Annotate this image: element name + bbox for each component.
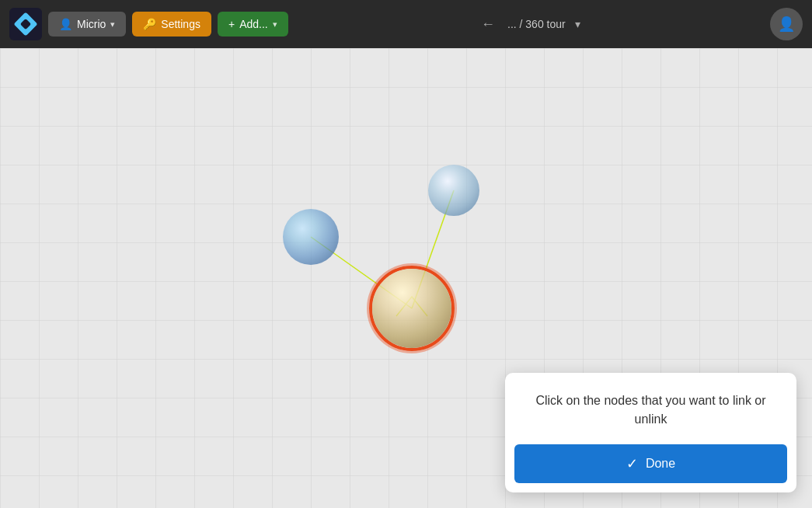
tooltip-message: Click on the nodes that you want to link…	[505, 373, 796, 444]
app-header: 👤 Micrio ▾ 🔑 Settings + Add... ▾ ← ... /…	[0, 0, 812, 48]
user-dropdown-arrow: ▾	[110, 19, 115, 30]
logo-button[interactable]	[9, 8, 42, 40]
back-button[interactable]: ←	[475, 13, 501, 36]
avatar-button[interactable]: 👤	[770, 8, 803, 40]
node-right-sphere	[428, 165, 479, 216]
canvas-area: Click on the nodes that you want to link…	[0, 48, 812, 508]
settings-label: Settings	[161, 18, 200, 30]
node-left-sphere	[283, 209, 339, 265]
node-center[interactable]	[369, 266, 455, 351]
done-label: Done	[646, 457, 675, 471]
add-label: Add...	[239, 18, 268, 30]
node-left[interactable]	[283, 209, 339, 265]
user-btn-label: Micrio	[77, 18, 106, 30]
avatar-icon: 👤	[778, 16, 795, 33]
add-dropdown-arrow: ▾	[273, 19, 277, 30]
node-center-sphere	[372, 269, 451, 348]
breadcrumb-dropdown[interactable]: ▾	[572, 15, 584, 33]
checkmark-icon: ✓	[626, 455, 638, 472]
settings-icon: 🔑	[143, 18, 156, 30]
done-button[interactable]: ✓ Done	[514, 444, 787, 483]
user-icon: 👤	[59, 18, 72, 30]
breadcrumb: ... / 360 tour	[507, 18, 566, 30]
user-menu-button[interactable]: 👤 Micrio ▾	[48, 12, 126, 37]
breadcrumb-area: ← ... / 360 tour ▾	[475, 13, 584, 36]
add-button[interactable]: + Add... ▾	[218, 12, 288, 37]
tooltip-card: Click on the nodes that you want to link…	[505, 373, 796, 492]
add-icon: +	[228, 18, 235, 30]
settings-button[interactable]: 🔑 Settings	[132, 12, 211, 37]
logo-icon	[13, 12, 37, 36]
node-right[interactable]	[428, 165, 479, 216]
